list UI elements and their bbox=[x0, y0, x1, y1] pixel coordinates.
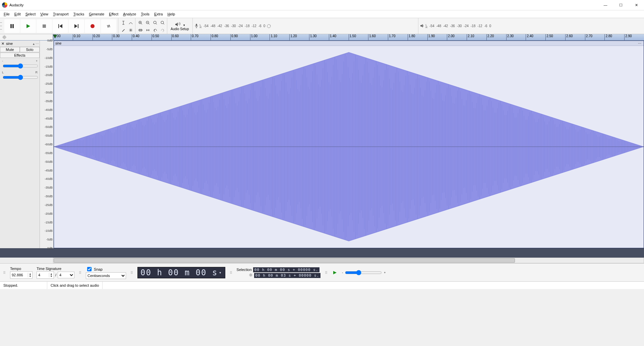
mic-icon bbox=[194, 23, 199, 29]
menu-transport[interactable]: Transport bbox=[51, 11, 71, 17]
tempo-label: Tempo bbox=[10, 267, 33, 271]
timesig-denominator[interactable]: 4 bbox=[58, 272, 74, 278]
selection-tool-icon[interactable] bbox=[120, 19, 127, 26]
db-scale: 0dB-5dB-10dB-15dB-20dB-25dB-30dB-35dB-40… bbox=[40, 41, 54, 248]
selection-start[interactable]: 00 h 00 m 00 s + 00000 s. bbox=[253, 267, 320, 272]
multi-tool-icon[interactable] bbox=[127, 26, 134, 34]
svg-point-419 bbox=[250, 274, 251, 276]
skip-end-button[interactable] bbox=[69, 19, 84, 33]
timeline-ruler[interactable]: 0.000.100.200.300.400.500.600.700.800.90… bbox=[53, 34, 644, 40]
trim-icon[interactable] bbox=[137, 26, 144, 34]
zoom-out-icon[interactable] bbox=[144, 19, 152, 26]
tempo-input[interactable]: ▲▼ bbox=[10, 271, 33, 279]
pan-slider[interactable] bbox=[3, 75, 38, 80]
clip-menu-button[interactable]: ⋯ bbox=[638, 42, 644, 45]
undo-icon[interactable] bbox=[152, 26, 159, 34]
mute-button[interactable]: Mute bbox=[0, 47, 20, 52]
menu-generate[interactable]: Generate bbox=[86, 11, 107, 17]
snap-unit-select[interactable]: Centiseconds bbox=[86, 272, 126, 279]
track-control-panel: ✕ sine ▴ ⋯ Mute Solo Effects -+ LR bbox=[0, 41, 40, 248]
menu-tools[interactable]: Tools bbox=[138, 11, 152, 17]
effects-button[interactable]: Effects bbox=[0, 53, 40, 58]
play-at-speed-button[interactable] bbox=[332, 270, 338, 276]
skip-start-button[interactable] bbox=[53, 19, 68, 33]
transport-toolbar bbox=[3, 18, 118, 34]
svg-point-15 bbox=[4, 37, 5, 38]
svg-marker-5 bbox=[59, 24, 62, 28]
zoom-in-icon[interactable] bbox=[137, 19, 144, 26]
menubar: FileEditSelectViewTransportTracksGenerat… bbox=[0, 10, 644, 18]
menu-view[interactable]: View bbox=[38, 11, 51, 17]
selection-end[interactable]: 00 h 00 m 03 s + 00000 s. bbox=[254, 273, 321, 278]
selection-settings-icon[interactable] bbox=[237, 273, 253, 278]
menu-file[interactable]: File bbox=[1, 11, 12, 17]
waveform-canvas bbox=[54, 46, 644, 248]
svg-marker-6 bbox=[74, 24, 77, 28]
svg-rect-3 bbox=[43, 24, 46, 28]
track-name[interactable]: sine bbox=[5, 42, 29, 46]
silence-icon[interactable] bbox=[144, 26, 152, 34]
clip-name[interactable]: sine bbox=[55, 42, 61, 45]
playback-speed-slider[interactable] bbox=[345, 270, 382, 275]
svg-rect-0 bbox=[10, 24, 12, 28]
track-menu-button[interactable]: ▴ ⋯ bbox=[29, 42, 39, 46]
waveform-view[interactable]: sine ⋯ bbox=[54, 41, 644, 248]
gear-icon bbox=[2, 35, 7, 40]
audio-setup-toolbar: ▾ Audio Setup bbox=[167, 18, 193, 34]
timeline-settings-button[interactable] bbox=[0, 34, 53, 40]
redo-icon[interactable] bbox=[159, 26, 166, 34]
timeline-ruler-row: 0.000.100.200.300.400.500.600.700.800.90… bbox=[0, 34, 644, 41]
svg-rect-13 bbox=[196, 24, 197, 26]
svg-marker-420 bbox=[333, 271, 337, 274]
rec-loop-icon bbox=[267, 24, 271, 28]
snap-label: Snap bbox=[94, 267, 103, 271]
svg-point-12 bbox=[161, 21, 164, 24]
app-logo-icon bbox=[2, 2, 7, 8]
track-close-button[interactable]: ✕ bbox=[1, 42, 5, 46]
menu-analyze[interactable]: Analyze bbox=[121, 11, 138, 17]
gain-slider[interactable] bbox=[3, 63, 38, 69]
speaker-icon bbox=[420, 23, 424, 29]
menu-edit[interactable]: Edit bbox=[12, 11, 23, 17]
timesig-numerator[interactable]: ▲▼ bbox=[37, 271, 54, 279]
minimize-button[interactable]: — bbox=[598, 0, 613, 10]
play-button[interactable] bbox=[20, 19, 36, 33]
stop-button[interactable] bbox=[37, 19, 52, 33]
time-display[interactable]: 00 h 00 m 00 s▾ bbox=[137, 267, 225, 278]
menu-help[interactable]: Help bbox=[165, 11, 178, 17]
draw-tool-icon[interactable] bbox=[120, 26, 127, 34]
record-button[interactable] bbox=[85, 19, 100, 33]
menu-effect[interactable]: Effect bbox=[107, 11, 121, 17]
fit-project-icon[interactable] bbox=[159, 19, 166, 26]
audio-setup-button[interactable]: ▾ Audio Setup bbox=[169, 20, 191, 32]
loop-button[interactable] bbox=[101, 19, 116, 33]
snap-checkbox[interactable] bbox=[87, 267, 92, 271]
menu-select[interactable]: Select bbox=[23, 11, 38, 17]
svg-point-8 bbox=[91, 24, 95, 28]
close-button[interactable]: ✕ bbox=[629, 0, 644, 10]
selection-label: Selection bbox=[237, 268, 252, 272]
titlebar: Audacity — ☐ ✕ bbox=[0, 0, 644, 10]
horizontal-scrollbar[interactable] bbox=[53, 258, 644, 263]
fit-selection-icon[interactable] bbox=[152, 19, 159, 26]
menu-tracks[interactable]: Tracks bbox=[71, 11, 87, 17]
timesig-label: Time Signature bbox=[37, 267, 74, 271]
recording-meter[interactable]: LR -54-48-42-36-30-24-18-12-60 bbox=[193, 18, 419, 34]
pause-button[interactable] bbox=[4, 19, 20, 33]
solo-button[interactable]: Solo bbox=[20, 47, 40, 52]
svg-rect-1 bbox=[12, 24, 14, 28]
bottom-toolbar: Tempo ▲▼ Time Signature ▲▼ / 4 Snap Cent… bbox=[0, 263, 644, 281]
tools-toolbar bbox=[118, 18, 135, 34]
menu-extra[interactable]: Extra bbox=[152, 11, 165, 17]
audio-setup-label: Audio Setup bbox=[171, 27, 189, 31]
svg-rect-4 bbox=[58, 24, 59, 28]
envelope-tool-icon[interactable] bbox=[127, 19, 134, 26]
playback-meter[interactable]: LR -54-48-42-36-30-24-18-12-60 bbox=[418, 18, 644, 34]
horizontal-scrollbar-row bbox=[0, 258, 644, 263]
toolbars: ▾ Audio Setup LR -54-48-42-36-30-24-18-1… bbox=[0, 18, 644, 34]
edit-toolbar bbox=[135, 18, 167, 34]
statusbar: Stopped. Click and drag to select audio bbox=[0, 281, 644, 289]
maximize-button[interactable]: ☐ bbox=[613, 0, 629, 10]
track-area: ✕ sine ▴ ⋯ Mute Solo Effects -+ LR 0dB-5… bbox=[0, 41, 644, 248]
status-state: Stopped. bbox=[0, 282, 47, 289]
